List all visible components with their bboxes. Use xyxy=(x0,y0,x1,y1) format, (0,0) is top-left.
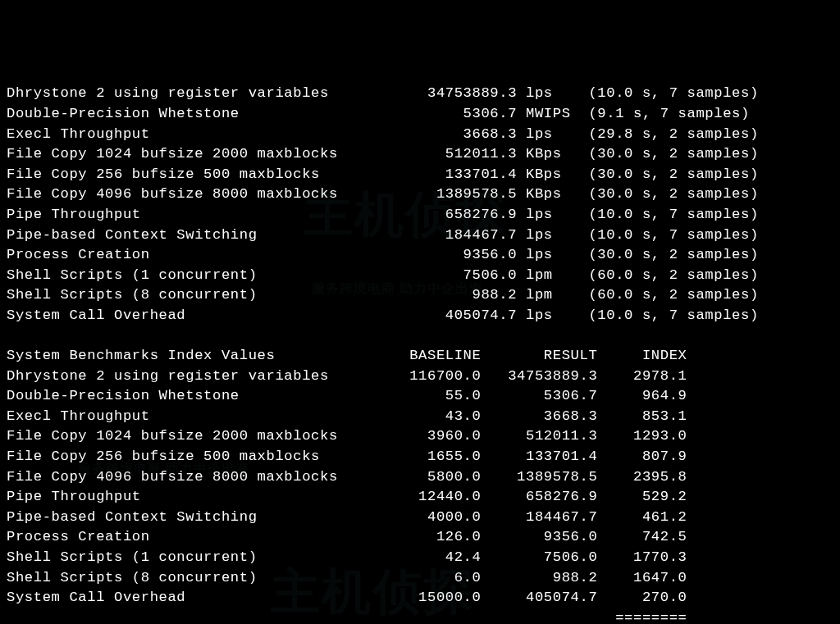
terminal-output: Dhrystone 2 using register variables 347… xyxy=(7,84,833,624)
